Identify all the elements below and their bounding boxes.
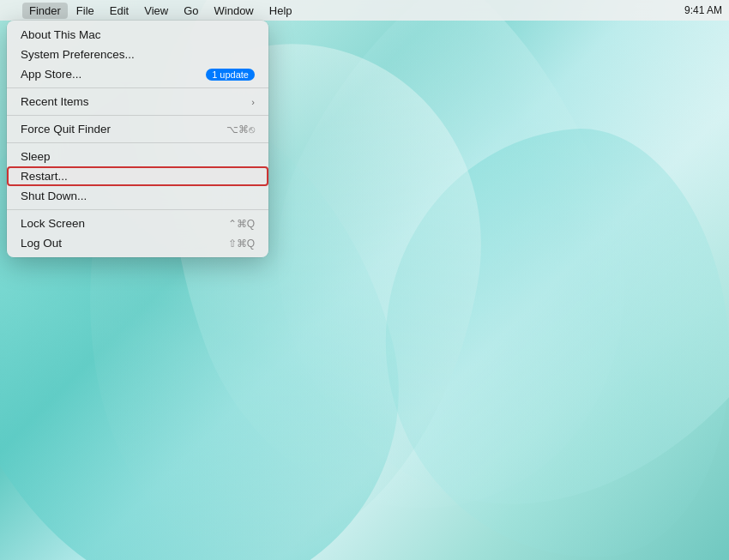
menu-item-app-store[interactable]: App Store... 1 update <box>7 64 268 84</box>
menubar-edit-label: Edit <box>110 4 129 17</box>
menu-item-restart-label: Restart... <box>21 170 68 183</box>
menubar-window[interactable]: Window <box>208 3 261 19</box>
menu-item-log-out[interactable]: Log Out ⇧⌘Q <box>7 233 268 253</box>
menu-item-app-store-badge: 1 update <box>206 69 255 81</box>
menubar-finder[interactable]: Finder <box>22 3 68 19</box>
menu-item-log-out-label: Log Out <box>21 237 62 250</box>
menubar-go[interactable]: Go <box>177 3 205 19</box>
menu-item-shut-down[interactable]: Shut Down... <box>7 186 268 206</box>
menubar-help[interactable]: Help <box>262 3 299 19</box>
menubar-help-label: Help <box>269 4 292 17</box>
menu-item-about[interactable]: About This Mac <box>7 25 268 45</box>
menu-item-force-quit[interactable]: Force Quit Finder ⌥⌘⎋ <box>7 119 268 139</box>
menu-item-lock-screen[interactable]: Lock Screen ⌃⌘Q <box>7 214 268 233</box>
apple-menu-button[interactable] <box>7 9 21 12</box>
separator-3 <box>7 142 268 143</box>
menubar-go-label: Go <box>184 4 198 17</box>
apple-dropdown-menu: About This Mac System Preferences... App… <box>7 21 268 257</box>
menu-item-lock-screen-shortcut: ⌃⌘Q <box>228 218 255 230</box>
menu-item-recent-items[interactable]: Recent Items › <box>7 92 268 111</box>
menubar-view-label: View <box>144 4 168 17</box>
menubar-window-label: Window <box>214 4 254 17</box>
menubar-file-label: File <box>76 4 94 17</box>
menubar-finder-label: Finder <box>29 4 61 17</box>
menu-item-system-prefs-label: System Preferences... <box>21 48 135 61</box>
menubar-view[interactable]: View <box>137 3 175 19</box>
menu-item-force-quit-label: Force Quit Finder <box>21 123 111 135</box>
menubar-edit[interactable]: Edit <box>103 3 136 19</box>
menu-item-log-out-shortcut: ⇧⌘Q <box>228 238 255 250</box>
separator-2 <box>7 115 268 116</box>
menu-item-system-prefs[interactable]: System Preferences... <box>7 45 268 64</box>
menu-item-app-store-label: App Store... <box>21 68 81 81</box>
separator-4 <box>7 209 268 210</box>
separator-1 <box>7 87 268 88</box>
menu-item-lock-screen-label: Lock Screen <box>21 217 85 230</box>
chevron-right-icon: › <box>251 97 255 107</box>
menu-item-about-label: About This Mac <box>21 28 101 41</box>
menubar: Finder File Edit View Go Window Help 9:4… <box>0 0 729 21</box>
menu-item-shut-down-label: Shut Down... <box>21 190 87 202</box>
menu-item-sleep[interactable]: Sleep <box>7 147 268 166</box>
menu-item-recent-items-label: Recent Items <box>21 95 89 108</box>
menubar-file[interactable]: File <box>69 3 101 19</box>
menu-item-sleep-label: Sleep <box>21 150 51 163</box>
menu-item-restart[interactable]: Restart... <box>7 166 268 186</box>
menubar-right: 9:41 AM <box>684 4 722 16</box>
menubar-time: 9:41 AM <box>684 4 722 16</box>
menu-item-force-quit-shortcut: ⌥⌘⎋ <box>226 123 255 135</box>
